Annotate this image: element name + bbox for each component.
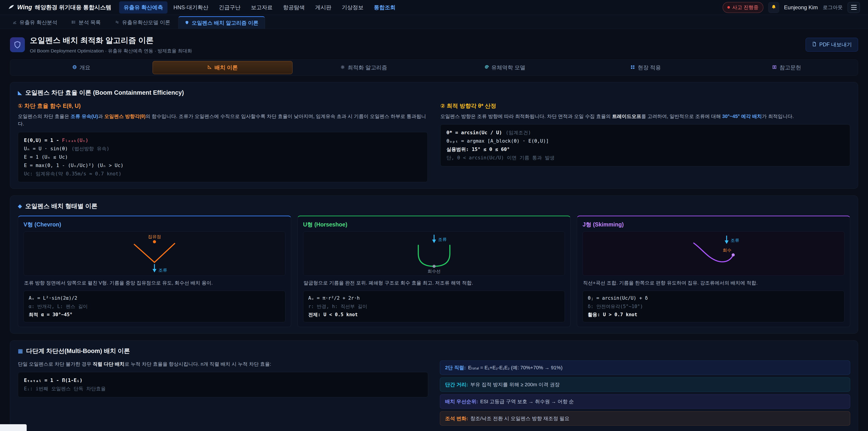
card-description: 말굽형으로 기름을 완전 포위. 폐쇄형 구조로 회수 효율 최고. 저조류 해… — [304, 279, 565, 287]
page-title: 오일펜스 배치 최적화 알고리즘 이론 — [30, 35, 192, 45]
card-title: U형 (Horseshoe) — [303, 221, 565, 228]
code-line: E = max(0, 1 - (Uₙ/Uc)²) (Uₙ > Uc) — [24, 161, 422, 170]
code-text: θₒₚₜ = argmax [A_block(θ) · E(θ,U)] — [446, 138, 549, 144]
hamburger-menu-button[interactable] — [848, 2, 860, 13]
highlight-tradeoff: 트레이드오프 — [612, 114, 641, 119]
code-text: Uₙ = U · sin(θ) — [24, 146, 68, 151]
optimal-angle-column: ② 최적 방향각 θ* 산정 오일펜스 방향은 조류 방향에 따라 최적화됩니다… — [440, 102, 850, 182]
current-arrow-icon — [432, 240, 436, 243]
nav-item-reports[interactable]: 보고자료 — [246, 1, 277, 13]
current-label: 조류 — [438, 237, 447, 242]
sect-tab-overview[interactable]: 개요 — [11, 61, 151, 74]
recovery-point-dot — [732, 253, 735, 256]
page-header: 오일펜스 배치 최적화 알고리즘 이론 Oil Boom Deployment … — [0, 29, 868, 59]
formula-result: 전제: U < 0.5 knot — [308, 311, 560, 319]
incident-badge-label: 사고 진행중 — [732, 4, 758, 11]
note-text: Eₜₒₜₐₗ = E₁+E₂-E₁E₂ (예: 70%+70% → 91%) — [468, 365, 563, 370]
nav-item-oil-spill-forecast[interactable]: 유출유 확산예측 — [119, 1, 168, 13]
globe-icon — [72, 64, 77, 71]
set-square-icon — [207, 64, 212, 71]
u-boom-diagram: 조류 회수선 — [303, 232, 565, 276]
code-line: θ* = arcsin(Uc / U)(임계조건) — [446, 129, 844, 137]
current-arrow-icon — [153, 269, 156, 273]
code-text: Eₜₒₜₐₗ = 1 - Π(1-Eᵢ) — [24, 377, 83, 383]
pdf-export-label: PDF 내보내기 — [819, 41, 852, 48]
sect-tab-label: 참고문헌 — [779, 64, 801, 71]
logout-button[interactable]: 로그아웃 — [823, 4, 843, 11]
code-comment: (법선방향 유속) — [71, 146, 110, 151]
nav-item-integrated-search[interactable]: 통합조회 — [369, 1, 400, 13]
card-formula-block: Aᵥ = L²·sin(2α)/2 α: 반개각, L: 펜스 길이 최적 α … — [24, 291, 285, 322]
layers-icon: ▦ — [18, 348, 23, 354]
sect-tab-field-application[interactable]: 현장 적용 — [576, 61, 716, 74]
formula-result: 활용: U > 0.7 knot — [588, 311, 839, 319]
panel-title: 오일펜스 차단 효율 이론 (Boom Containment Efficien… — [25, 89, 184, 97]
note-text: 창조/낙조 전환 시 오일펜스 방향 재조정 필요 — [470, 415, 569, 421]
code-line: Eₜₒₜₐₗ = 1 - Π(1-Eᵢ) — [24, 376, 422, 385]
card-v-chevron: V형 (Chevron) 집유점 조류 조류 방향 정면에서 양쪽으로 펼친 V… — [18, 216, 291, 327]
incident-status-badge[interactable]: 사고 진행중 — [723, 2, 763, 13]
collection-point-dot — [153, 240, 156, 243]
efficiency-columns: ① 차단 효율 함수 E(θ, U) 오일펜스의 차단 효율은 조류 유속(U)… — [18, 102, 850, 182]
sub-tabbar: 유출유 확산분석 분석 목록 유출유확산모델 이론 오일펜스 배치 알고리즘 이… — [0, 15, 868, 29]
brand[interactable]: Wing 해양환경 위기대응 통합시스템 — [8, 4, 112, 11]
efficiency-function-paragraph: 오일펜스의 차단 효율은 조류 유속(U)과 오일펜스 방향각(θ)의 함수입니… — [18, 113, 428, 128]
panel-title: 오일펜스 배치 형태별 이론 — [25, 202, 97, 210]
brand-name: Wing — [17, 4, 32, 11]
multiboom-notes-column: 2단 직렬:Eₜₒₜₐₗ = E₁+E₂-E₁E₂ (예: 70%+70% → … — [440, 361, 850, 428]
tab-boom-algorithm-theory[interactable]: 오일펜스 배치 알고리즘 이론 — [178, 16, 265, 29]
sect-tab-optimization-algorithm[interactable]: 최적화 알고리즘 — [294, 61, 434, 74]
code-text: E = 1 (Uₙ ≤ Uc) — [24, 154, 68, 160]
j-boom-diagram: 조류 회수 — [583, 232, 844, 276]
red-dot-icon — [727, 6, 730, 8]
sect-tab-label: 배치 이론 — [215, 64, 238, 71]
sect-tab-label: 유체역학 모델 — [491, 64, 526, 71]
code-line: Eᵢ: i번째 오일펜스 단독 차단효율 — [24, 385, 422, 393]
nav-item-emergency-rescue[interactable]: 긴급구난 — [214, 1, 245, 13]
browser-status-bubble — [0, 424, 27, 431]
note-text: ESI 고등급 구역 보호 → 취수원 → 어항 순 — [480, 399, 574, 404]
grid-icon — [630, 64, 635, 71]
top-navbar: Wing 해양환경 위기대응 통합시스템 유출유 확산예측 HNS·대기확산 긴… — [0, 0, 868, 15]
code-comment: Eᵢ: i번째 오일펜스 단독 차단효율 — [24, 386, 106, 392]
notification-bell-button[interactable] — [768, 2, 779, 13]
efficiency-function-heading: ① 차단 효율 함수 E(θ, U) — [18, 102, 428, 110]
page-shield-icon — [10, 37, 25, 52]
note-spacing: 단간 거리:부유 집적 방지를 위해 ≥ 200m 이격 권장 — [440, 377, 850, 392]
panel-title-row: ◣ 오일펜스 차단 효율 이론 (Boom Containment Effici… — [18, 89, 850, 97]
formula-line: Aᵥ = L²·sin(2α)/2 — [29, 294, 280, 302]
panel-multiboom: ▦ 다단계 차단선(Multi-Boom) 배치 이론 단일 오일펜스로 차단 … — [10, 340, 858, 431]
nav-item-weather[interactable]: 기상정보 — [337, 1, 368, 13]
note-priority: 배치 우선순위:ESI 고등급 구역 보호 → 취수원 → 어항 순 — [440, 394, 850, 409]
optimal-angle-formula-block: θ* = arcsin(Uc / U)(임계조건) θₒₚₜ = argmax … — [440, 124, 850, 166]
nav-item-hns-air-diffusion[interactable]: HNS·대기확산 — [169, 1, 213, 13]
document-icon — [812, 41, 817, 48]
page-subtitle: Oil Boom Deployment Optimization · 유출유 확… — [30, 48, 192, 54]
main-nav: 유출유 확산예측 HNS·대기확산 긴급구난 보고자료 항공탐색 게시판 기상정… — [119, 1, 715, 13]
tab-diffusion-model-theory[interactable]: 유출유확산모델 이론 — [109, 16, 177, 29]
wave-icon — [115, 20, 119, 26]
formula-note: α: 반개각, L: 펜스 길이 — [29, 302, 280, 311]
pdf-export-button[interactable]: PDF 내보내기 — [806, 38, 858, 52]
code-line: Uₙ = U · sin(θ)(법선방향 유속) — [24, 145, 422, 153]
sect-tab-references[interactable]: 참고문헌 — [717, 61, 857, 74]
sect-tab-hydrodynamic-model[interactable]: 유체역학 모델 — [435, 61, 575, 74]
card-description: 직선+곡선 조합. 기름을 한쪽으로 편향 유도하여 집유. 강조류에서의 배치… — [583, 279, 844, 287]
formula-note: r: 반경, h: 직선부 길이 — [308, 302, 560, 311]
nav-item-aerial-search[interactable]: 항공탐색 — [278, 1, 309, 13]
sect-tab-deployment-theory[interactable]: 배치 이론 — [153, 61, 293, 74]
page-header-left: 오일펜스 배치 최적화 알고리즘 이론 Oil Boom Deployment … — [10, 35, 192, 54]
card-u-horseshoe: U형 (Horseshoe) 조류 회수선 말굽형으로 기름을 완전 포위. 폐… — [298, 216, 571, 327]
diamond-icon: ◆ — [18, 204, 22, 209]
code-text: Fₗₑₐₖ(Uₙ) — [62, 137, 88, 143]
highlight-serial-deployment: 직렬 다단 배치 — [93, 361, 125, 367]
list-icon — [72, 20, 76, 26]
recovery-label: 회수 — [723, 248, 732, 253]
nav-item-board[interactable]: 게시판 — [311, 1, 336, 13]
tab-analysis-list[interactable]: 분석 목록 — [65, 16, 107, 29]
note-label: 2단 직렬: — [445, 365, 466, 370]
tab-spill-analysis[interactable]: 유출유 확산분석 — [6, 16, 64, 29]
highlight-boom-angle: 오일펜스 방향각(θ) — [104, 114, 145, 119]
code-line: θₒₚₜ = argmax [A_block(θ) · E(θ,U)] — [446, 137, 844, 145]
system-title: 해양환경 위기대응 통합시스템 — [35, 4, 112, 11]
